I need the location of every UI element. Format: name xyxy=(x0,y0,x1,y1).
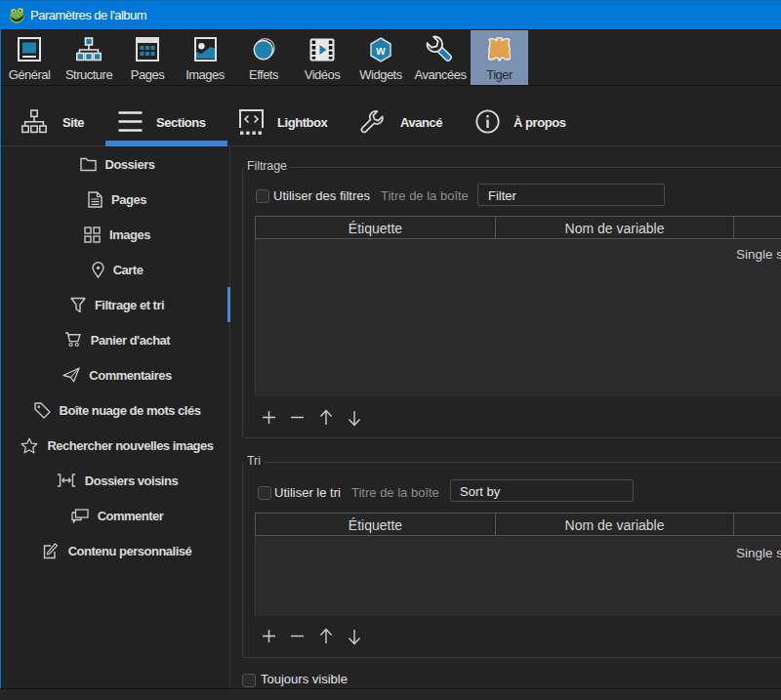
svg-text:w: w xyxy=(375,43,386,57)
